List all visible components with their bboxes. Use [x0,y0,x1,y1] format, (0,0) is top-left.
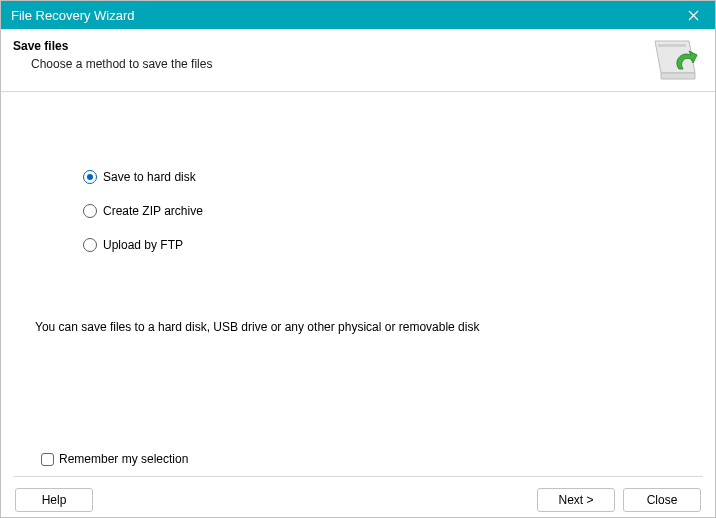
checkbox-icon [41,453,54,466]
wizard-footer: Help Next > Close [13,476,703,518]
option-upload-ftp[interactable]: Upload by FTP [83,238,691,252]
page-subtitle: Choose a method to save the files [31,57,212,71]
window-title: File Recovery Wizard [11,8,135,23]
wizard-header: Save files Choose a method to save the f… [1,29,715,92]
svg-rect-2 [658,44,686,47]
option-create-zip[interactable]: Create ZIP archive [83,204,691,218]
titlebar: File Recovery Wizard [1,1,715,29]
window-close-button[interactable] [671,1,715,29]
help-button[interactable]: Help [15,488,93,512]
close-icon [688,10,699,21]
hard-disk-save-icon [651,39,699,83]
option-label: Create ZIP archive [103,204,203,218]
wizard-content: Save to hard disk Create ZIP archive Upl… [1,92,715,476]
radio-icon [83,170,97,184]
button-label: Close [647,493,678,507]
radio-icon [83,204,97,218]
radio-icon [83,238,97,252]
save-method-options: Save to hard disk Create ZIP archive Upl… [25,92,691,252]
svg-marker-1 [661,73,695,79]
option-description: You can save files to a hard disk, USB d… [35,320,479,334]
option-label: Upload by FTP [103,238,183,252]
close-button[interactable]: Close [623,488,701,512]
page-title: Save files [13,39,212,53]
option-save-hard-disk[interactable]: Save to hard disk [83,170,691,184]
wizard-header-text: Save files Choose a method to save the f… [13,39,212,71]
next-button[interactable]: Next > [537,488,615,512]
footer-right-buttons: Next > Close [537,488,701,512]
option-label: Save to hard disk [103,170,196,184]
remember-selection-checkbox[interactable]: Remember my selection [41,452,188,466]
button-label: Next > [558,493,593,507]
remember-label: Remember my selection [59,452,188,466]
button-label: Help [42,493,67,507]
